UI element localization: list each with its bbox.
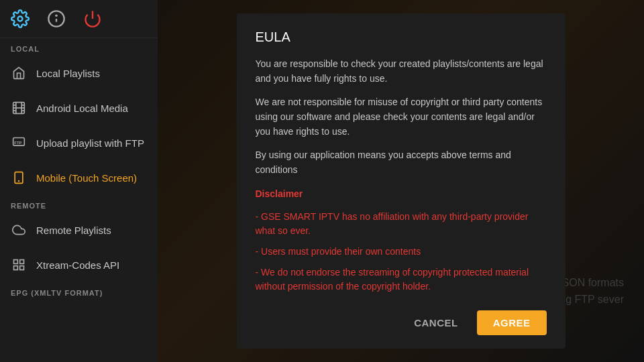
eula-para-1: You are responsible to check your create… [256, 57, 547, 86]
sidebar-item-local-playlists[interactable]: Local Playlists [0, 56, 158, 90]
disclaimer-item-3: - We do not endorse the streaming of cop… [256, 265, 547, 294]
svg-text:FTP: FTP [14, 141, 21, 145]
film-icon [11, 100, 27, 116]
disclaimer-title: Disclaimer [256, 187, 547, 202]
dialog-title: EULA [256, 29, 547, 45]
agree-button[interactable]: AGREE [477, 310, 547, 335]
svg-point-0 [18, 17, 23, 21]
disclaimer-item-2: - Users must provide their own contents [256, 245, 547, 259]
grid-icon [11, 257, 27, 273]
sidebar: LOCAL Local Playlists Android Local Medi… [0, 0, 158, 362]
sidebar-item-xtream-codes[interactable]: Xtream-Codes API [0, 247, 158, 282]
svg-rect-17 [14, 260, 18, 264]
ftp-icon: FTP [11, 135, 27, 151]
power-icon[interactable] [80, 7, 105, 31]
sidebar-item-android-local-media[interactable]: Android Local Media [0, 90, 158, 125]
sidebar-item-upload-ftp[interactable]: FTP Upload playlist with FTP [0, 125, 158, 160]
sidebar-item-mobile[interactable]: Mobile (Touch Screen) [0, 160, 158, 195]
remote-section-label: REMOTE [0, 195, 158, 213]
svg-rect-20 [20, 266, 24, 270]
epg-section-label: EPG (XMLTV FORMAT) [0, 282, 158, 300]
dialog-body: You are responsible to check your create… [256, 57, 547, 297]
sidebar-item-label: Android Local Media [36, 103, 128, 114]
top-icon-bar [0, 0, 158, 38]
cloud-icon [11, 222, 27, 238]
disclaimer-item-1: - GSE SMART IPTV has no affiliation with… [256, 210, 547, 238]
sidebar-item-label: Upload playlist with FTP [36, 137, 144, 149]
svg-rect-18 [20, 260, 24, 264]
local-section-label: LOCAL [0, 38, 158, 56]
svg-rect-19 [14, 266, 18, 270]
sidebar-item-label: Local Playlists [36, 68, 100, 79]
main-content: SON formats using FTP sever EULA You are… [158, 0, 644, 362]
info-icon[interactable] [44, 7, 68, 31]
eula-para-2: We are not responsible for misuse of cop… [256, 95, 547, 139]
eula-para-3: By using our application means you accep… [256, 148, 547, 177]
settings-icon[interactable] [8, 7, 32, 31]
sidebar-item-remote-playlists[interactable]: Remote Playlists [0, 213, 158, 247]
sidebar-item-label: Xtream-Codes API [36, 259, 119, 271]
cancel-button[interactable]: CANCEL [406, 312, 466, 334]
sidebar-item-label: Remote Playlists [36, 225, 111, 236]
mobile-icon [11, 170, 27, 186]
dialog-overlay: EULA You are responsible to check your c… [158, 0, 644, 362]
eula-dialog: EULA You are responsible to check your c… [237, 13, 566, 349]
sidebar-item-label: Mobile (Touch Screen) [36, 172, 137, 184]
home-icon [11, 65, 27, 81]
dialog-actions: CANCEL AGREE [256, 310, 547, 335]
